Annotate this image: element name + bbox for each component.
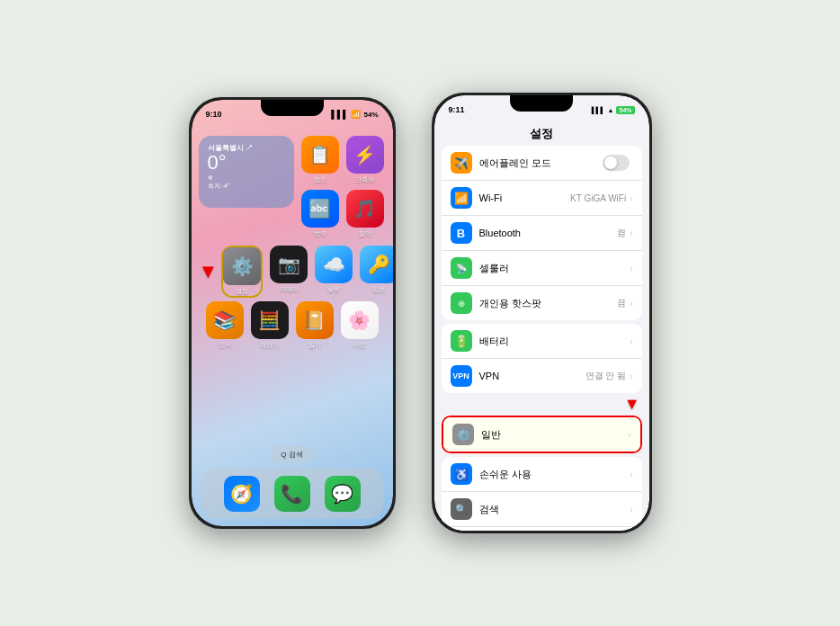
right-signal-icon: ▌▌▌ xyxy=(592,107,605,113)
row-label-hotspot: 개인용 핫스팟 xyxy=(479,297,618,310)
top-right-icons: 📋 참조 ⚡ 단축어 xyxy=(301,136,384,184)
app-icon-wrap[interactable]: 🧮 계산기 xyxy=(251,301,289,350)
weather-icon: ❄ xyxy=(208,174,285,182)
app-icon-notes[interactable]: 📋 xyxy=(301,136,339,174)
row-label-general: 일반 xyxy=(481,428,629,442)
app-icon-camera[interactable]: 📷 xyxy=(270,246,308,283)
app-icon-wrap[interactable]: 🔑 암호 xyxy=(360,246,392,294)
app-icon-wrap[interactable]: 📚 도서 xyxy=(206,301,244,350)
app-icon-settings[interactable]: ⚙️ xyxy=(223,247,261,285)
general-icon: ⚙️ xyxy=(452,424,474,445)
settings-row-hotspot[interactable]: ⊕ 개인용 핫스팟 끔 › xyxy=(442,286,642,320)
settings-row-accessibility[interactable]: ♿ 손쉬운 사용 › xyxy=(442,457,642,492)
chevron-icon: › xyxy=(630,336,632,346)
right-phone: 9:11 ▌▌▌ ▲ 54% 설정 ✈️ 에어플레인 모드 📶 xyxy=(432,93,652,533)
app-icon-music[interactable]: 🎵 xyxy=(346,190,384,228)
accessibility-icon: ♿ xyxy=(451,463,472,485)
cellular-icon: 📡 xyxy=(451,257,472,279)
settings-row-cellular[interactable]: 📡 셀룰러 › xyxy=(442,251,642,286)
app-label: 단축어 xyxy=(355,175,374,184)
airplane-icon: ✈️ xyxy=(451,152,472,174)
app-label: 일기 xyxy=(308,341,321,350)
chevron-icon: › xyxy=(630,228,632,238)
chevron-icon: › xyxy=(630,193,632,203)
row-label-cellular: 셀룰러 xyxy=(479,262,630,275)
app-icon-wrap[interactable]: 🔤 번역 xyxy=(301,190,339,238)
chevron-icon: › xyxy=(630,505,632,514)
app-icon-wrap[interactable]: ☁️ 날씨 xyxy=(315,246,353,294)
app-icon-wrap[interactable]: 📷 카메라 xyxy=(270,246,308,294)
right-phone-screen: 9:11 ▌▌▌ ▲ 54% 설정 ✈️ 에어플레인 모드 📶 xyxy=(434,95,649,531)
settings-row-vpn[interactable]: VPN VPN 연결 안 됨 › xyxy=(442,359,642,393)
chevron-icon: › xyxy=(628,430,630,440)
settings-section-general-highlighted: ⚙️ 일반 › xyxy=(442,416,642,453)
settings-row-battery[interactable]: 🔋 배터리 › xyxy=(442,324,642,359)
right-status-icons: ▌▌▌ ▲ 54% xyxy=(592,106,635,114)
app-icon-weather[interactable]: ☁️ xyxy=(315,246,353,283)
settings-app-wrap[interactable]: ⚙️ 설정 xyxy=(221,246,263,298)
red-arrow-down: ▼ xyxy=(199,260,219,283)
chevron-icon: › xyxy=(630,299,632,309)
signal-icon: ▌▌▌ xyxy=(331,110,348,119)
app-icon-shortcuts[interactable]: ⚡ xyxy=(346,136,384,174)
row-label-wifi: Wi-Fi xyxy=(479,192,571,203)
row-value-hotspot: 끔 xyxy=(617,297,626,309)
app-icon-password[interactable]: 🔑 xyxy=(360,246,392,283)
vpn-icon: VPN xyxy=(451,365,472,387)
app-icon-wrap[interactable]: 📋 참조 xyxy=(301,136,339,184)
app-icon-calculator[interactable]: 🧮 xyxy=(251,301,289,339)
app-label-settings: 설정 xyxy=(236,287,248,296)
row-label-accessibility: 손쉬운 사용 xyxy=(479,468,630,481)
search-label: Q 검색 xyxy=(281,450,302,460)
hotspot-icon: ⊕ xyxy=(451,292,472,314)
weather-minmax: 최저:-4° xyxy=(208,182,285,191)
weather-widget: 서울특별시 ↗ 0° ❄ 최저:-4° xyxy=(199,136,294,208)
settings-row-bluetooth[interactable]: B Bluetooth 켬 › xyxy=(442,216,642,251)
search-settings-icon: 🔍 xyxy=(451,498,472,520)
chevron-icon: › xyxy=(630,264,632,273)
app-icon-translate[interactable]: 🔤 xyxy=(301,190,339,228)
chevron-icon: › xyxy=(630,371,632,381)
row-label-bluetooth: Bluetooth xyxy=(479,228,618,238)
settings-row-airplane[interactable]: ✈️ 에어플레인 모드 xyxy=(442,146,642,181)
app-icon-books[interactable]: 📚 xyxy=(206,301,244,339)
settings-section-2: 🔋 배터리 › VPN VPN 연결 안 됨 › xyxy=(442,324,642,393)
settings-row-general[interactable]: ⚙️ 일반 › xyxy=(443,417,640,452)
right-wifi-icon: ▲ xyxy=(608,107,614,113)
airplane-toggle[interactable] xyxy=(603,155,630,171)
app-icon-photos[interactable]: 🌸 xyxy=(341,301,379,339)
settings-row-display[interactable]: ☀️ 디스플레이 및 밝기 › xyxy=(442,527,642,531)
home-screen: 서울특별시 ↗ 0° ❄ 최저:-4° 📋 참조 ⚡ 단축어 xyxy=(192,125,393,472)
settings-row-wifi[interactable]: 📶 Wi-Fi KT GiGA WiFi › xyxy=(442,181,642,216)
battery-status-icon: 54% xyxy=(363,111,378,119)
app-label: 음악 xyxy=(359,229,371,238)
dock-phone[interactable]: 📞 xyxy=(274,476,310,512)
left-phone: 9:10 ▌▌▌ 📶 54% 서울특별시 ↗ 0° ❄ 최저:-4° xyxy=(189,97,396,529)
app-icon-wrap[interactable]: 🌸 사진 xyxy=(341,301,379,350)
app-icon-wrap[interactable]: ⚡ 단축어 xyxy=(346,136,384,184)
row-value-vpn: 연결 안 됨 xyxy=(585,370,627,382)
app-label: 계산기 xyxy=(260,341,279,350)
app-icon-diary[interactable]: 📔 xyxy=(296,301,334,339)
row-label-search: 검색 xyxy=(479,503,630,516)
right-status-time: 9:11 xyxy=(449,105,465,114)
app-label: 도서 xyxy=(219,341,231,350)
row4-icons: 📚 도서 🧮 계산기 📔 일기 🌸 사진 xyxy=(199,301,386,350)
settings-row-search[interactable]: 🔍 검색 › xyxy=(442,492,642,527)
app-icon-wrap[interactable]: 🎵 음악 xyxy=(346,190,384,238)
status-time: 9:10 xyxy=(206,110,222,119)
app-icon-wrap[interactable]: 📔 일기 xyxy=(296,301,334,350)
chevron-icon: › xyxy=(630,470,632,479)
row-label-airplane: 에어플레인 모드 xyxy=(479,156,603,170)
battery-icon: 🔋 xyxy=(451,330,472,352)
row-label-battery: 배터리 xyxy=(479,335,630,348)
dock-safari[interactable]: 🧭 xyxy=(224,476,260,512)
search-bar[interactable]: Q 검색 xyxy=(270,446,313,463)
weather-temp: 0° xyxy=(208,153,285,173)
settings-section-3: ♿ 손쉬운 사용 › 🔍 검색 › ☀️ 디스플레이 및 밝기 › 🖼️ 배경화… xyxy=(442,457,642,531)
app-label: 참조 xyxy=(314,175,326,184)
row-label-vpn: VPN xyxy=(479,371,585,381)
row-value-bluetooth: 켬 xyxy=(617,227,626,239)
dock-messages[interactable]: 💬 xyxy=(325,476,361,512)
row-value-wifi: KT GiGA WiFi xyxy=(570,193,626,203)
